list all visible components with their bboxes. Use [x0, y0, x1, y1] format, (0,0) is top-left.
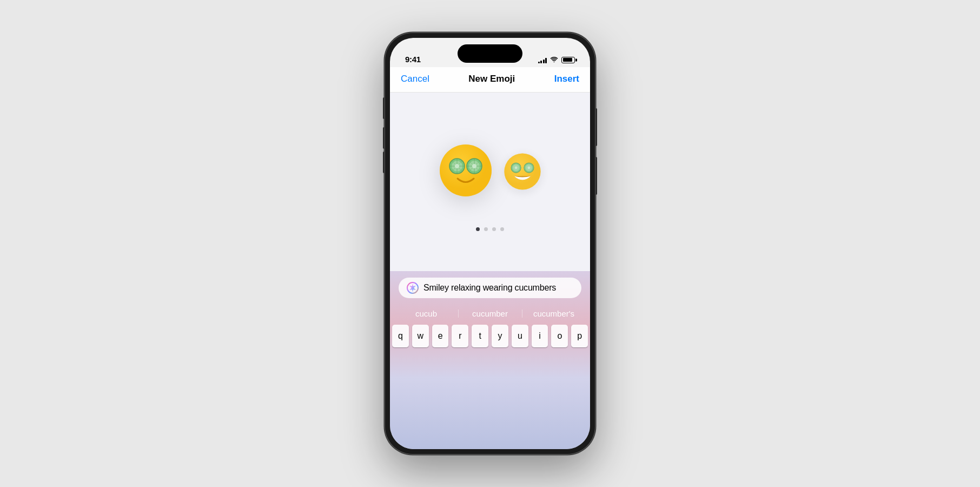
nav-bar: Cancel New Emoji Insert [390, 67, 590, 93]
svg-point-2 [440, 144, 492, 196]
secondary-emoji[interactable] [504, 153, 541, 196]
key-w[interactable]: w [412, 325, 429, 347]
nav-title: New Emoji [468, 74, 515, 84]
autocomplete-bar: cucub cucumber cucumber's [390, 302, 590, 323]
status-time: 9:41 [405, 55, 421, 64]
emoji-display [428, 133, 552, 216]
autocomplete-item-1[interactable]: cucub [394, 307, 458, 320]
dynamic-island [458, 44, 522, 63]
apple-intelligence-icon [406, 281, 419, 294]
page-dot-2[interactable] [484, 227, 488, 231]
cancel-button[interactable]: Cancel [401, 74, 429, 84]
prompt-icon-wrapper [405, 280, 420, 295]
content-area [390, 93, 590, 271]
key-q[interactable]: q [392, 325, 409, 347]
key-y[interactable]: y [492, 325, 508, 347]
svg-point-18 [472, 164, 476, 168]
key-r[interactable]: r [452, 325, 468, 347]
phone-screen: 9:41 [390, 38, 590, 449]
key-i[interactable]: i [532, 325, 548, 347]
key-t[interactable]: t [472, 325, 488, 347]
status-icons [538, 56, 575, 64]
autocomplete-item-2[interactable]: cucumber [458, 307, 522, 320]
key-o[interactable]: o [551, 325, 568, 347]
page-dots [476, 227, 504, 231]
key-p[interactable]: p [571, 325, 588, 347]
insert-button[interactable]: Insert [554, 74, 579, 84]
svg-point-20 [504, 154, 540, 190]
autocomplete-item-3[interactable]: cucumber's [522, 307, 586, 320]
svg-point-28 [527, 167, 530, 169]
wifi-icon [550, 56, 558, 64]
prompt-input[interactable]: Smiley relaxing wearing cucumbers [399, 278, 581, 298]
svg-point-0 [554, 62, 555, 63]
key-u[interactable]: u [512, 325, 528, 347]
page-dot-3[interactable] [492, 227, 496, 231]
prompt-text: Smiley relaxing wearing cucumbers [423, 283, 556, 293]
prompt-container: Smiley relaxing wearing cucumbers [390, 271, 590, 302]
key-e[interactable]: e [432, 325, 449, 347]
svg-point-10 [455, 164, 459, 168]
battery-icon [561, 57, 575, 63]
page-dot-4[interactable] [500, 227, 504, 231]
phone-wrapper: 9:41 [385, 32, 595, 455]
signal-icon [538, 57, 547, 63]
keyboard-section: Smiley relaxing wearing cucumbers cucub … [390, 271, 590, 450]
svg-point-24 [515, 167, 518, 169]
battery-fill [563, 58, 572, 62]
main-emoji[interactable] [439, 143, 493, 206]
page-dot-1[interactable] [476, 227, 480, 231]
keyboard-area: qwertyuiop [390, 323, 590, 347]
key-row-1: qwertyuiop [392, 325, 588, 347]
screen-inner: 9:41 [390, 38, 590, 449]
